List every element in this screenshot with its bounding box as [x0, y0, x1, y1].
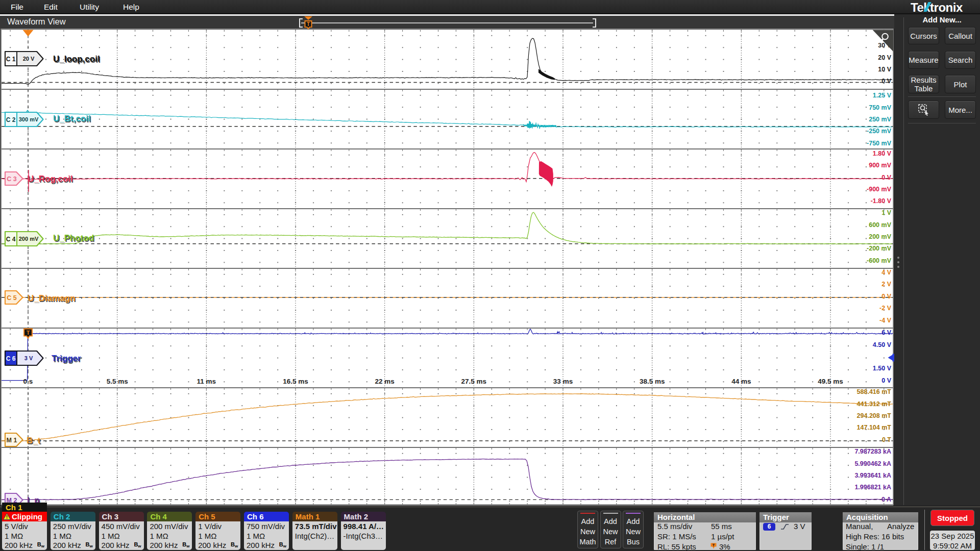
svg-text:T: T — [307, 21, 310, 27]
svg-text:T: T — [713, 543, 715, 547]
